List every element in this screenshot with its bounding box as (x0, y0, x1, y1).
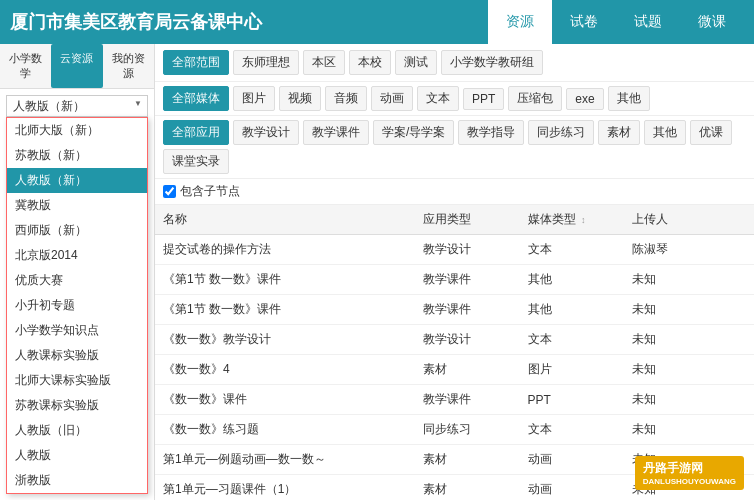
resource-table: 名称 应用类型 媒体类型 ↕ 上传人 提交试卷的操作方法 教学设计 文本 陈淑琴… (155, 205, 754, 500)
scope-filter-4[interactable]: 测试 (395, 50, 437, 75)
col-header-apply: 应用类型 (415, 205, 519, 235)
tab-xiaoxue-shuxue[interactable]: 小学数学 (0, 44, 51, 88)
scope-filter-5[interactable]: 小学数学教研组 (441, 50, 543, 75)
header-nav-item-0[interactable]: 资源 (488, 0, 552, 44)
header-nav-item-3[interactable]: 微课 (680, 0, 744, 44)
scope-filter-3[interactable]: 本校 (349, 50, 391, 75)
cell-actions (715, 445, 754, 475)
scope-filter-0[interactable]: 全部范围 (163, 50, 229, 75)
content-area: 全部范围东师理想本区本校测试小学数学教研组 全部媒体图片视频音频动画文本PPT压… (155, 44, 754, 500)
apply-filter-5[interactable]: 同步练习 (528, 120, 594, 145)
cell-uploader: 未知 (624, 355, 715, 385)
edition-list-item[interactable]: 北师大课标实验版 (7, 368, 147, 393)
apply-filter-4[interactable]: 教学指导 (458, 120, 524, 145)
edition-list-item[interactable]: 西师版（新） (7, 218, 147, 243)
cell-name[interactable]: 《数一数》教学设计 (155, 325, 415, 355)
edition-list-item[interactable]: 冀教版 (7, 193, 147, 218)
cell-name[interactable]: 《第1节 数一数》课件 (155, 265, 415, 295)
edition-list-item[interactable]: 人教版 (7, 443, 147, 468)
apply-filter-9[interactable]: 课堂实录 (163, 149, 229, 174)
col-header-uploader: 上传人 (624, 205, 715, 235)
cell-apply-type: 素材 (415, 445, 519, 475)
cell-media-type: PPT (520, 385, 624, 415)
media-filter-4[interactable]: 动画 (371, 86, 413, 111)
media-filter-9[interactable]: 其他 (608, 86, 650, 111)
header-nav-item-1[interactable]: 试卷 (552, 0, 616, 44)
cell-media-type: 文本 (520, 325, 624, 355)
apply-filter-6[interactable]: 素材 (598, 120, 640, 145)
cell-name[interactable]: 《数一数》练习题 (155, 415, 415, 445)
edition-list-item[interactable]: 人教课标实验版 (7, 343, 147, 368)
media-filter-2[interactable]: 视频 (279, 86, 321, 111)
cell-uploader: 未知 (624, 385, 715, 415)
media-filter-6[interactable]: PPT (463, 88, 504, 110)
cell-apply-type: 教学课件 (415, 265, 519, 295)
table-body: 提交试卷的操作方法 教学设计 文本 陈淑琴 《第1节 数一数》课件 教学课件 其… (155, 235, 754, 501)
edition-list-item[interactable]: 北师大版（新） (7, 118, 147, 143)
cell-name[interactable]: 《第1节 数一数》课件 (155, 295, 415, 325)
scope-filter-1[interactable]: 东师理想 (233, 50, 299, 75)
table-row: 提交试卷的操作方法 教学设计 文本 陈淑琴 (155, 235, 754, 265)
cell-media-type: 文本 (520, 235, 624, 265)
media-filter-1[interactable]: 图片 (233, 86, 275, 111)
edition-list-item[interactable]: 苏教课标实验版 (7, 393, 147, 418)
cell-actions (715, 325, 754, 355)
sort-icon: ↕ (581, 215, 586, 225)
apply-filter-row: 全部应用教学设计教学课件学案/导学案教学指导同步练习素材其他优课课堂实录 (155, 116, 754, 179)
media-filter-0[interactable]: 全部媒体 (163, 86, 229, 111)
apply-filter-1[interactable]: 教学设计 (233, 120, 299, 145)
scope-filter-row: 全部范围东师理想本区本校测试小学数学教研组 (155, 44, 754, 82)
edition-list-item[interactable]: 优质大赛 (7, 268, 147, 293)
table-row: 《第1节 数一数》课件 教学课件 其他 未知 (155, 295, 754, 325)
include-children-label[interactable]: 包含子节点 (163, 183, 240, 200)
cell-name[interactable]: 提交试卷的操作方法 (155, 235, 415, 265)
header-nav-item-2[interactable]: 试题 (616, 0, 680, 44)
cell-name[interactable]: 第1单元—习题课件（1） (155, 475, 415, 501)
table-row: 《数一数》课件 教学课件 PPT 未知 (155, 385, 754, 415)
edition-dropdown[interactable]: 人教版（新）北师大版（新）苏教版（新）冀教版西师版（新）北京版2014优质大赛小… (6, 95, 148, 117)
table-row: 《第1节 数一数》课件 教学课件 其他 未知 (155, 265, 754, 295)
cell-uploader: 未知 (624, 325, 715, 355)
cell-actions (715, 385, 754, 415)
apply-filter-7[interactable]: 其他 (644, 120, 686, 145)
table: 名称 应用类型 媒体类型 ↕ 上传人 提交试卷的操作方法 教学设计 文本 陈淑琴… (155, 205, 754, 500)
media-filter-5[interactable]: 文本 (417, 86, 459, 111)
edition-list-item[interactable]: 北京版2014 (7, 243, 147, 268)
apply-filter-8[interactable]: 优课 (690, 120, 732, 145)
table-row: 《数一数》教学设计 教学设计 文本 未知 (155, 325, 754, 355)
cell-uploader: 未知 (624, 475, 715, 501)
tab-yun-ziyuan[interactable]: 云资源 (51, 44, 102, 88)
cell-media-type: 图片 (520, 355, 624, 385)
cell-media-type: 动画 (520, 475, 624, 501)
cell-name[interactable]: 《数一数》4 (155, 355, 415, 385)
cell-name[interactable]: 第1单元—例题动画—数一数～ (155, 445, 415, 475)
media-filter-3[interactable]: 音频 (325, 86, 367, 111)
cell-media-type: 文本 (520, 415, 624, 445)
edition-list-item[interactable]: 小升初专题 (7, 293, 147, 318)
apply-filter-0[interactable]: 全部应用 (163, 120, 229, 145)
table-row: 《数一数》练习题 同步练习 文本 未知 (155, 415, 754, 445)
edition-list-item[interactable]: 浙教版 (7, 468, 147, 493)
table-row: 《数一数》4 素材 图片 未知 (155, 355, 754, 385)
col-header-name: 名称 (155, 205, 415, 235)
edition-list-item[interactable]: 小学数学知识点 (7, 318, 147, 343)
edition-list-item[interactable]: 苏教版（新） (7, 143, 147, 168)
edition-list-item[interactable]: 人教版（新） (7, 168, 147, 193)
checkbox-row: 包含子节点 (155, 179, 754, 205)
media-filter-7[interactable]: 压缩包 (508, 86, 562, 111)
cell-actions (715, 355, 754, 385)
apply-filter-2[interactable]: 教学课件 (303, 120, 369, 145)
cell-uploader: 未知 (624, 295, 715, 325)
cell-name[interactable]: 《数一数》课件 (155, 385, 415, 415)
edition-select[interactable]: 人教版（新）北师大版（新）苏教版（新）冀教版西师版（新）北京版2014优质大赛小… (6, 95, 148, 117)
edition-list-item[interactable]: 人教版（旧） (7, 418, 147, 443)
media-filter-8[interactable]: exe (566, 88, 603, 110)
cell-actions (715, 265, 754, 295)
scope-filter-2[interactable]: 本区 (303, 50, 345, 75)
apply-filter-3[interactable]: 学案/导学案 (373, 120, 454, 145)
tab-wode-ziyuan[interactable]: 我的资源 (103, 44, 154, 88)
cell-actions (715, 295, 754, 325)
cell-media-type: 其他 (520, 265, 624, 295)
include-children-checkbox[interactable] (163, 185, 176, 198)
col-header-media[interactable]: 媒体类型 ↕ (520, 205, 624, 235)
